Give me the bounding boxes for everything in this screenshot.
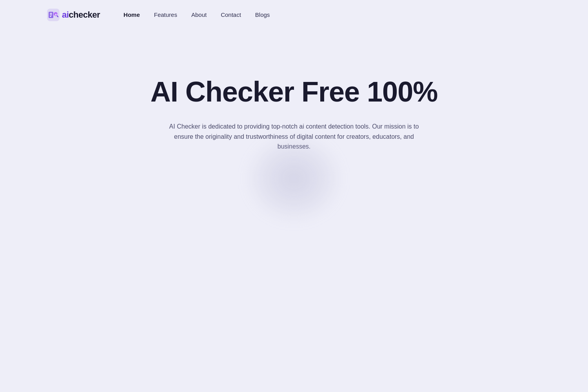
logo-link[interactable]: AI aichecker xyxy=(47,9,100,21)
nav-home[interactable]: Home xyxy=(123,11,140,18)
svg-rect-2 xyxy=(50,13,52,14)
svg-rect-4 xyxy=(50,16,51,17)
nav-blogs[interactable]: Blogs xyxy=(255,11,270,18)
nav-features[interactable]: Features xyxy=(154,11,177,18)
logo-icon: AI xyxy=(47,9,60,21)
site-header: AI aichecker Home Features About Contact… xyxy=(0,0,588,29)
background-blob xyxy=(251,139,337,218)
nav-about[interactable]: About xyxy=(191,11,207,18)
nav-contact[interactable]: Contact xyxy=(221,11,241,18)
logo-text: aichecker xyxy=(62,10,100,20)
svg-rect-3 xyxy=(50,15,52,15)
main-content: AI Checker Free 100% AI Checker is dedic… xyxy=(0,29,588,152)
hero-title: AI Checker Free 100% xyxy=(151,76,437,107)
main-nav: Home Features About Contact Blogs xyxy=(123,11,270,18)
